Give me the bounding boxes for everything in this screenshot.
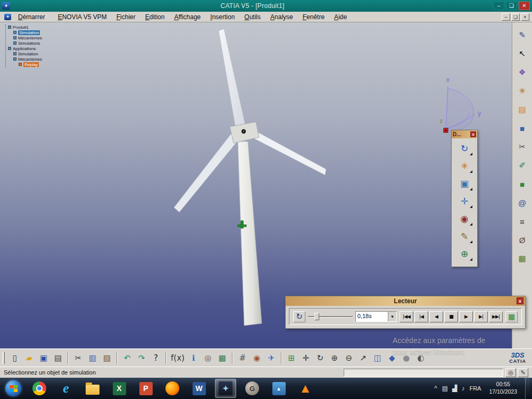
catia-app[interactable]: ✦ — [215, 379, 236, 398]
menu-item[interactable]: Insertion — [205, 12, 239, 22]
viewport-3d[interactable]: Produit1 Simulation Mécanismes Simulatio… — [0, 22, 532, 348]
zoom-in-icon[interactable]: ⊕ — [328, 352, 341, 364]
hide-show-icon[interactable]: ◐ — [414, 352, 427, 364]
annotation-icon[interactable]: ℹ — [187, 352, 200, 364]
spring-icon[interactable]: @ — [516, 196, 529, 209]
player-close-button[interactable]: x — [517, 297, 523, 304]
orange-panel-icon[interactable]: ▤ — [516, 103, 529, 116]
slider-handle[interactable] — [314, 313, 319, 320]
help-cursor-icon[interactable]: ? — [149, 352, 162, 364]
track-icon[interactable]: ✛ — [455, 193, 474, 210]
redo-icon[interactable]: ↷ — [135, 352, 148, 364]
minimize-button[interactable]: – — [493, 2, 504, 10]
clash-icon[interactable]: ◉ — [455, 211, 474, 227]
play-back-button[interactable]: ◀ — [429, 311, 443, 322]
datagrid-icon[interactable]: ▦ — [216, 352, 229, 364]
vlc-app[interactable]: ▲ — [295, 379, 316, 398]
paint-tool-icon[interactable]: ✎ — [516, 29, 529, 41]
step-forward-button[interactable]: ▶| — [474, 311, 488, 322]
stop-button[interactable]: ■ — [444, 311, 458, 322]
language-indicator[interactable]: FRA — [469, 385, 481, 392]
sweep-icon[interactable]: ✎ — [455, 228, 474, 245]
powerpoint-app[interactable]: P — [135, 379, 156, 398]
replay-icon[interactable]: ▣ — [455, 176, 474, 192]
menu-item[interactable]: Edition — [140, 12, 170, 22]
mdi-restore-button[interactable]: ❏ — [511, 13, 520, 21]
material-icon[interactable]: ◉ — [251, 352, 263, 364]
player-titlebar[interactable]: Lecteur x — [286, 296, 525, 306]
power-input-field[interactable] — [344, 369, 503, 377]
player-parameters-icon[interactable]: ▦ — [505, 311, 518, 322]
play-button[interactable]: ▶ — [459, 311, 473, 322]
menu-demarrer[interactable]: ✦ Démarrer — [1, 12, 53, 22]
time-combobox[interactable]: 0,18s ▼ — [355, 311, 397, 322]
iso-view-icon[interactable]: ◆ — [386, 352, 398, 364]
sphere-pen-icon[interactable]: ✐ — [516, 159, 529, 172]
undo-icon[interactable]: ↶ — [121, 352, 134, 364]
close-button[interactable]: ✕ — [519, 2, 530, 10]
zoom-out-icon[interactable]: ⊖ — [343, 352, 355, 364]
select-arrow-icon[interactable]: ↖ — [516, 47, 529, 60]
caliper-icon[interactable]: ✂ — [516, 140, 529, 153]
list-tool-icon[interactable]: ≡ — [516, 215, 529, 228]
menu-item[interactable]: Analyse — [265, 12, 298, 22]
gimp-app[interactable]: G — [242, 379, 263, 398]
fit-all-icon[interactable]: ⊞ — [285, 352, 298, 364]
rotate-icon[interactable]: ↻ — [314, 352, 327, 364]
blue-cube-icon[interactable]: ■ — [516, 122, 529, 135]
copy-icon[interactable]: ▥ — [86, 352, 99, 364]
dmu-toolbar-close-button[interactable]: x — [470, 131, 476, 137]
go-end-button[interactable]: ▶▶| — [489, 311, 503, 322]
menu-item[interactable]: ENOVIA V5 VPM — [53, 12, 112, 22]
time-slider[interactable] — [308, 312, 353, 321]
loop-icon[interactable]: ↻ — [293, 311, 305, 322]
chevron-down-icon[interactable]: ▼ — [388, 312, 396, 321]
new-document-icon[interactable]: ▯ — [9, 352, 21, 364]
tray-chevron-icon[interactable]: ^ — [434, 385, 437, 392]
paste-icon[interactable]: ▨ — [101, 352, 113, 364]
tree-item-simulation2[interactable]: Simulation — [13, 51, 42, 56]
time-value[interactable]: 0,18s — [356, 312, 388, 321]
tree-item-replay[interactable]: Replay — [19, 62, 42, 67]
go-start-button[interactable]: |◀◀ — [400, 311, 413, 322]
compass-tool-icon[interactable]: ❖ — [516, 66, 529, 79]
status-snap-button[interactable]: ◎ — [505, 368, 516, 377]
firefox-app[interactable] — [162, 379, 183, 398]
menu-item[interactable]: Aide — [329, 12, 352, 22]
dmu-toolbar-titlebar[interactable]: D... x — [452, 130, 477, 138]
photos-app[interactable]: ▲ — [268, 379, 289, 398]
normal-view-icon[interactable]: ↗ — [357, 352, 370, 364]
structure-icon[interactable]: # — [236, 352, 249, 364]
simulation-icon[interactable]: ↻ — [455, 140, 474, 157]
tray-network-icon[interactable]: ▟ — [452, 385, 457, 392]
mdi-close-button[interactable]: × — [521, 13, 529, 21]
fly-mode-icon[interactable]: ✈ — [265, 352, 278, 364]
layers-tool-icon[interactable]: ▦ — [516, 252, 529, 265]
step-back-button[interactable]: |◀ — [414, 311, 428, 322]
explorer-app[interactable] — [82, 379, 103, 398]
multi-view-icon[interactable]: ◫ — [371, 352, 384, 364]
excel-app[interactable]: X — [109, 379, 130, 398]
tray-volume-icon[interactable]: ♪ — [461, 385, 464, 392]
menu-item[interactable]: Fichier — [112, 12, 140, 22]
ie-app[interactable]: e — [55, 379, 77, 398]
print-icon[interactable]: ▤ — [52, 352, 64, 364]
start-button[interactable] — [0, 378, 27, 399]
tree-item-applications[interactable]: Applications — [8, 46, 42, 51]
menu-item[interactable]: Outils — [239, 12, 265, 22]
mechanism-icon[interactable]: ✳ — [455, 158, 474, 174]
word-app[interactable]: W — [188, 379, 210, 398]
taskbar-clock[interactable]: 00:55 17/10/2023 — [486, 381, 520, 395]
maximize-button[interactable]: ❏ — [506, 2, 517, 10]
cut-icon[interactable]: ✂ — [72, 352, 85, 364]
tree-item-simulation-sel[interactable]: Simulation — [13, 30, 42, 35]
gear-tool-icon[interactable]: ✳ — [516, 85, 529, 97]
tree-item-mecanismes2[interactable]: Mécanismes — [13, 56, 42, 62]
chrome-app[interactable] — [29, 379, 50, 398]
green-cube-icon[interactable]: ■ — [516, 178, 529, 190]
formula-fx-icon[interactable]: f(x) — [170, 352, 186, 364]
shaded-view-icon[interactable]: ● — [400, 352, 413, 364]
open-folder-icon[interactable]: ▰ — [23, 352, 36, 364]
status-pen-button[interactable]: ✎ — [518, 368, 528, 377]
tree-item-mecanismes[interactable]: Mécanismes — [13, 35, 42, 40]
